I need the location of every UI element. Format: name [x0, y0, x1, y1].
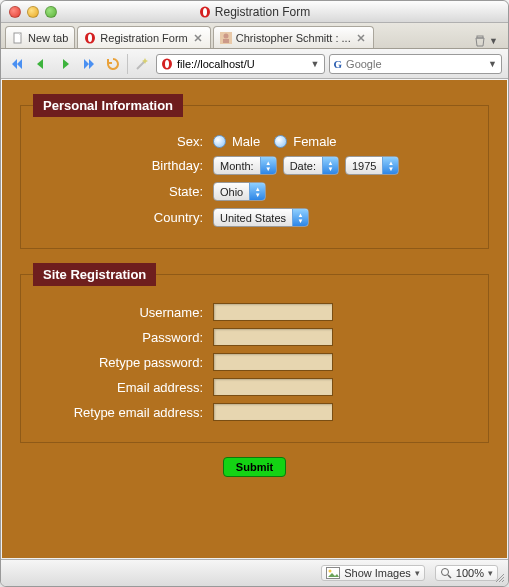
toolbar: ▼ G ▼ — [1, 49, 508, 79]
label-sex: Sex: — [33, 134, 213, 149]
tab-close-icon[interactable] — [192, 32, 204, 44]
tab-label: New tab — [28, 32, 68, 44]
radio-female-label: Female — [293, 134, 336, 149]
browser-window: Registration Form New tab Registration F… — [0, 0, 509, 587]
google-icon: G — [334, 58, 343, 70]
radio-female[interactable] — [274, 135, 287, 148]
radio-male[interactable] — [213, 135, 226, 148]
legend-site: Site Registration — [33, 263, 156, 286]
address-bar[interactable]: ▼ — [156, 54, 325, 74]
svg-point-1 — [203, 8, 207, 16]
svg-point-6 — [223, 33, 228, 38]
zoom-value: 100% — [456, 567, 484, 579]
label-state: State: — [33, 184, 213, 199]
tab-strip: New tab Registration Form Christopher Sc… — [1, 23, 508, 49]
select-state[interactable]: Ohio — [213, 182, 266, 201]
label-email: Email address: — [33, 380, 213, 395]
radio-male-label: Male — [232, 134, 260, 149]
svg-point-12 — [329, 570, 332, 573]
svg-point-0 — [200, 6, 210, 17]
opera-icon — [84, 32, 96, 44]
show-images-label: Show Images — [344, 567, 411, 579]
label-country: Country: — [33, 210, 213, 225]
select-country[interactable]: United States — [213, 208, 309, 227]
tab-close-icon[interactable] — [355, 32, 367, 44]
svg-rect-7 — [223, 39, 229, 43]
select-date[interactable]: Date: — [283, 156, 339, 175]
svg-point-10 — [165, 60, 169, 68]
window-zoom-button[interactable] — [45, 6, 57, 18]
svg-line-14 — [448, 575, 451, 578]
fast-forward-button[interactable] — [79, 54, 99, 74]
rewind-button[interactable] — [7, 54, 27, 74]
label-retype-email: Retype email address: — [33, 405, 213, 420]
opera-icon — [199, 6, 211, 18]
tab-label: Registration Form — [100, 32, 187, 44]
input-retype-email[interactable] — [213, 403, 333, 421]
input-password[interactable] — [213, 328, 333, 346]
tab-new[interactable]: New tab — [5, 26, 75, 48]
input-email[interactable] — [213, 378, 333, 396]
traffic-lights — [9, 6, 57, 18]
legend-personal: Personal Information — [33, 94, 183, 117]
svg-point-4 — [88, 34, 92, 42]
doc-icon — [12, 32, 24, 44]
forward-button[interactable] — [55, 54, 75, 74]
image-icon — [326, 567, 340, 579]
submit-button[interactable]: Submit — [223, 457, 286, 477]
wand-button[interactable] — [132, 54, 152, 74]
fieldset-site-registration: Site Registration Username: Password: Re… — [20, 263, 489, 443]
label-retype-password: Retype password: — [33, 355, 213, 370]
search-input[interactable] — [346, 58, 484, 70]
label-username: Username: — [33, 305, 213, 320]
tab-label: Christopher Schmitt : ... — [236, 32, 351, 44]
svg-point-13 — [441, 569, 448, 576]
chevron-down-icon[interactable]: ▼ — [488, 59, 497, 69]
select-year[interactable]: 1975 — [345, 156, 399, 175]
show-images-toggle[interactable]: Show Images ▾ — [321, 565, 425, 581]
opera-icon — [161, 58, 173, 70]
select-month[interactable]: Month: — [213, 156, 277, 175]
label-password: Password: — [33, 330, 213, 345]
page-content: Personal Information Sex: Male Female Bi… — [2, 80, 507, 558]
magnifier-icon — [440, 567, 452, 579]
label-birthday: Birthday: — [33, 158, 213, 173]
resize-handle[interactable] — [493, 571, 505, 583]
reload-button[interactable] — [103, 54, 123, 74]
zoom-control[interactable]: 100% ▾ — [435, 565, 498, 581]
status-bar: Show Images ▾ 100% ▾ — [1, 559, 508, 586]
svg-rect-8 — [477, 36, 483, 38]
fieldset-personal: Personal Information Sex: Male Female Bi… — [20, 94, 489, 249]
search-bar[interactable]: G ▼ — [329, 54, 502, 74]
back-button[interactable] — [31, 54, 51, 74]
window-title: Registration Form — [215, 5, 310, 19]
window-close-button[interactable] — [9, 6, 21, 18]
input-retype-password[interactable] — [213, 353, 333, 371]
chevron-down-icon[interactable]: ▼ — [311, 59, 320, 69]
titlebar: Registration Form — [1, 1, 508, 23]
url-input[interactable] — [177, 58, 307, 70]
window-minimize-button[interactable] — [27, 6, 39, 18]
closed-tabs-menu[interactable]: ▼ — [467, 34, 504, 48]
input-username[interactable] — [213, 303, 333, 321]
tab-schmitt[interactable]: Christopher Schmitt : ... — [213, 26, 374, 48]
tab-registration[interactable]: Registration Form — [77, 26, 210, 48]
avatar-icon — [220, 32, 232, 44]
chevron-down-icon: ▾ — [415, 568, 420, 578]
